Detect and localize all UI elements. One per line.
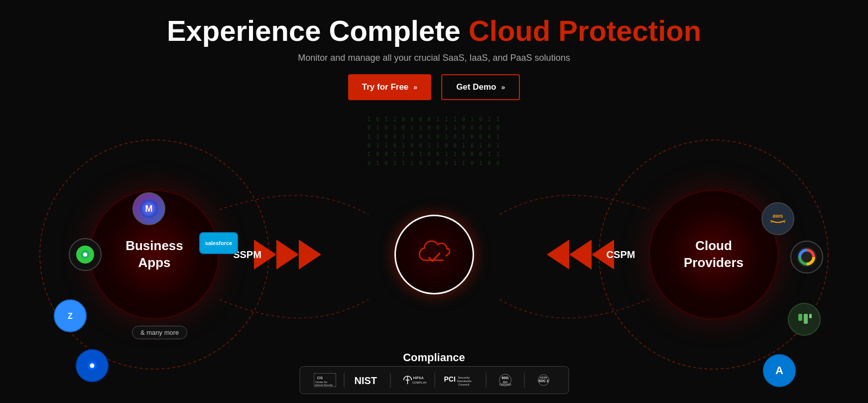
try-free-button[interactable]: Try for Free » xyxy=(348,74,431,100)
svg-text:NIST: NIST xyxy=(354,375,377,386)
cis-badge-icon: CIS Center for Internet Security xyxy=(314,373,336,388)
svg-text:9001: 9001 xyxy=(501,376,509,380)
many-more-badge: & many more xyxy=(132,326,187,339)
svg-rect-24 xyxy=(809,314,812,318)
svg-text:HIPAA: HIPAA xyxy=(413,376,423,380)
divider-3 xyxy=(434,373,435,388)
diagram-area: 1 0 1 1 0 0 0 0 1 1 1 0 1 0 1 1 0 1 0 1 … xyxy=(0,115,868,394)
google-workspace-logo-icon xyxy=(75,245,95,265)
svg-text:PCI: PCI xyxy=(444,375,455,383)
cloud-providers-label: CloudProviders xyxy=(684,238,744,271)
subtitle: Monitor and manage all your crucial SaaS… xyxy=(167,53,701,63)
svg-marker-3 xyxy=(276,240,299,269)
get-demo-button[interactable]: Get Demo » xyxy=(441,74,520,100)
divider-4 xyxy=(486,373,486,388)
compliance-row: CIS Center for Internet Security NIST xyxy=(299,366,569,394)
svg-text:Z: Z xyxy=(68,312,73,320)
nist-badge: NIST xyxy=(352,373,382,388)
svg-text:Center for: Center for xyxy=(315,381,327,384)
aws-logo-icon: aws xyxy=(763,209,793,229)
azure-icon: A xyxy=(763,354,796,387)
cta-buttons: Try for Free » Get Demo » xyxy=(167,74,701,100)
svg-text:Council: Council xyxy=(458,383,469,386)
svg-text:CIS: CIS xyxy=(317,376,323,380)
iso-logo-icon: 9001 ISO CERTIFIED xyxy=(494,373,516,388)
salesforce-icon: salesforce xyxy=(199,232,238,254)
title-white: Experience Complete xyxy=(167,14,461,47)
nist-badge-icon: NIST xyxy=(352,373,382,388)
cloud-providers-circle: CloudProviders xyxy=(649,190,778,319)
zoom-icon: Z xyxy=(54,299,87,332)
trello-logo-icon xyxy=(794,309,815,330)
svg-text:SOC 2: SOC 2 xyxy=(538,379,549,383)
pci-logo-icon: PCI Security Standards Council xyxy=(443,373,478,388)
cis-badge: CIS Center for Internet Security xyxy=(314,373,336,388)
soc2-badge-icon: AICPA SOC 2 xyxy=(532,373,554,388)
svg-point-12 xyxy=(83,253,87,257)
svg-point-17 xyxy=(90,363,95,368)
svg-marker-4 xyxy=(299,240,321,269)
title-red: Cloud Protection xyxy=(469,14,701,47)
circle-blue-icon xyxy=(76,349,109,382)
divider-5 xyxy=(524,373,524,388)
svg-text:ISO: ISO xyxy=(502,380,507,383)
azure-logo-icon: A xyxy=(769,360,790,381)
main-title: Experience Complete Cloud Protection xyxy=(167,15,701,47)
svg-rect-18 xyxy=(763,209,793,229)
microsoft-logo-icon: M xyxy=(140,200,158,218)
soc2-badge: AICPA SOC 2 xyxy=(532,373,554,388)
business-apps-label: BusinessApps xyxy=(125,238,183,271)
svg-text:A: A xyxy=(775,364,783,377)
trello-icon xyxy=(788,303,821,336)
hipaa-badge-icon: HIPAA COMPLIANT xyxy=(398,373,426,388)
cspm-label: CSPM xyxy=(589,249,653,260)
hipaa-logo-icon: HIPAA COMPLIANT xyxy=(398,373,426,388)
gcp-logo-icon xyxy=(796,246,818,268)
google-workspace-icon xyxy=(69,238,102,271)
iso-badge-icon: 9001 ISO CERTIFIED xyxy=(494,373,516,388)
divider-2 xyxy=(390,373,390,388)
svg-rect-23 xyxy=(804,314,808,324)
svg-text:aws: aws xyxy=(773,213,783,219)
svg-text:Security: Security xyxy=(458,376,470,379)
compliance-label: Compliance xyxy=(403,351,465,364)
binary-background: 1 0 1 1 0 0 0 0 1 1 1 0 1 0 1 1 0 1 0 1 … xyxy=(310,115,559,215)
svg-rect-22 xyxy=(798,314,802,321)
try-free-label: Try for Free xyxy=(362,82,409,92)
svg-marker-7 xyxy=(547,240,569,269)
pci-badge-icon: PCI Security Standards Council xyxy=(443,373,478,388)
svg-text:Standards: Standards xyxy=(457,380,472,383)
divider-1 xyxy=(344,373,344,388)
svg-text:COMPLIANT: COMPLIANT xyxy=(412,381,426,384)
microsoft-icon: M xyxy=(132,192,165,225)
cis-logo-icon: CIS Center for Internet Security xyxy=(314,373,336,387)
jira-logo-icon xyxy=(82,356,102,376)
demo-chevrons-icon: » xyxy=(501,83,505,91)
soc2-logo-icon: AICPA SOC 2 xyxy=(532,373,554,388)
try-chevrons-icon: » xyxy=(413,83,417,91)
cloud-check-icon xyxy=(417,237,452,272)
svg-text:Internet Security: Internet Security xyxy=(315,384,333,387)
gcp-icon xyxy=(790,241,823,273)
nist-logo-icon: NIST xyxy=(352,373,382,387)
pci-badge: PCI Security Standards Council xyxy=(443,373,478,388)
header-section: Experience Complete Cloud Protection Mon… xyxy=(167,15,701,100)
svg-text:M: M xyxy=(145,204,153,214)
get-demo-label: Get Demo xyxy=(456,82,496,92)
hipaa-badge: HIPAA COMPLIANT xyxy=(398,373,426,388)
zoom-logo-icon: Z xyxy=(61,306,80,325)
svg-text:CERTIFIED: CERTIFIED xyxy=(499,384,511,386)
center-circle xyxy=(394,215,474,294)
aws-icon: aws xyxy=(761,202,794,235)
iso-badge: 9001 ISO CERTIFIED xyxy=(494,373,516,388)
page-wrapper: Experience Complete Cloud Protection Mon… xyxy=(0,0,868,403)
